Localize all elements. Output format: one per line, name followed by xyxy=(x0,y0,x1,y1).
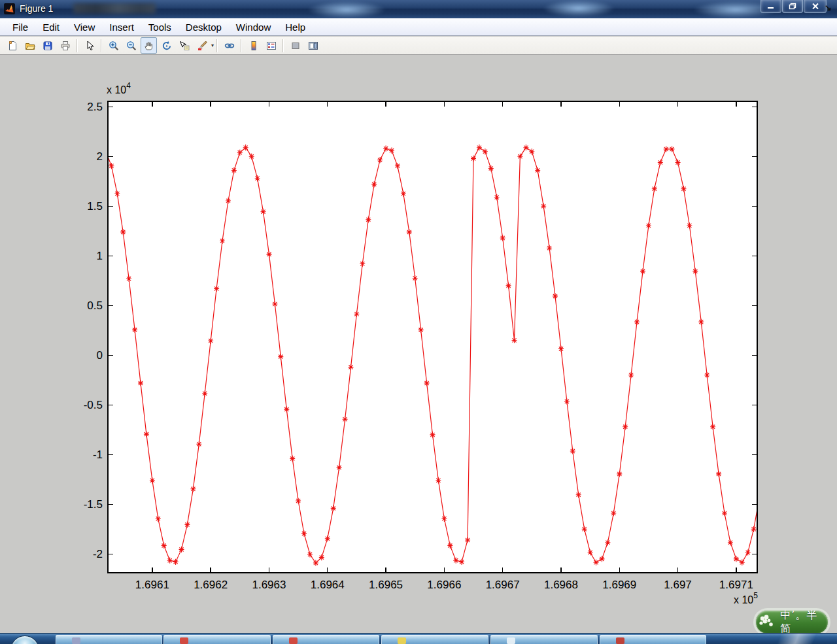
edit-plot-arrow-icon xyxy=(84,41,95,51)
menu-item-edit[interactable]: Edit xyxy=(35,19,67,35)
taskbar-button-2[interactable] xyxy=(163,635,271,644)
taskbar-app-icon xyxy=(289,637,298,644)
restore-icon xyxy=(789,3,796,10)
figure-toolbar: ▾ xyxy=(0,37,837,55)
y-tick-label: 1 xyxy=(97,250,103,262)
restore-button[interactable] xyxy=(782,0,803,13)
x-tick-label: 1.697 xyxy=(664,579,692,591)
x-tick-label: 1.6971 xyxy=(719,579,753,591)
menu-item-tools[interactable]: Tools xyxy=(141,19,179,35)
link-plot-icon xyxy=(224,41,235,51)
minimize-button[interactable] xyxy=(760,0,781,13)
insert-colorbar-icon xyxy=(248,41,259,51)
new-figure-button[interactable] xyxy=(4,37,20,54)
menu-item-help[interactable]: Help xyxy=(278,19,313,35)
edit-plot-arrow-button[interactable] xyxy=(81,37,97,54)
show-plot-tools-icon xyxy=(308,41,318,51)
taskbar-button-5[interactable] xyxy=(490,635,598,644)
y-tick-label: 0.5 xyxy=(87,299,103,312)
close-button[interactable] xyxy=(804,0,827,13)
taskbar-button-4[interactable] xyxy=(381,635,488,644)
x-tick-label: 1.6964 xyxy=(311,579,345,591)
zoom-in-icon xyxy=(109,41,119,51)
aero-glass-highlight xyxy=(543,0,615,17)
save-figure-button[interactable] xyxy=(39,37,56,54)
taskbar-app-icon xyxy=(507,637,515,644)
y-tick-label: -1.5 xyxy=(84,498,103,511)
y-tick-label: -1 xyxy=(93,449,103,461)
show-plot-tools-button[interactable] xyxy=(305,37,321,54)
window-titlebar[interactable]: Figure 1 xyxy=(0,0,837,18)
toolbar-separator xyxy=(77,39,78,52)
brush-data-icon xyxy=(197,41,207,51)
menu-item-insert[interactable]: Insert xyxy=(102,19,141,35)
x-tick-label: 1.6965 xyxy=(369,579,403,591)
print-icon xyxy=(60,41,71,51)
zoom-in-button[interactable] xyxy=(105,37,122,54)
taskbar-button-3[interactable] xyxy=(273,635,379,644)
brush-data-dropdown-caret[interactable]: ▾ xyxy=(211,42,214,48)
zoom-out-button[interactable] xyxy=(123,37,139,54)
start-button[interactable] xyxy=(10,636,39,644)
toolbar-separator xyxy=(216,39,218,52)
rotate-3d-button[interactable] xyxy=(158,37,175,54)
menu-item-desktop[interactable]: Desktop xyxy=(179,19,229,35)
insert-colorbar-button[interactable] xyxy=(245,37,262,54)
hide-plot-tools-button[interactable] xyxy=(287,37,303,54)
link-plot-button[interactable] xyxy=(221,37,237,54)
open-file-button[interactable] xyxy=(22,37,38,54)
pan-hand-button[interactable] xyxy=(141,37,157,54)
insert-legend-button[interactable] xyxy=(263,37,279,54)
windows-taskbar xyxy=(0,633,837,644)
rotate-3d-icon xyxy=(162,41,172,51)
y-tick-label: -0.5 xyxy=(84,399,103,411)
menu-item-window[interactable]: Window xyxy=(229,19,278,35)
toolbar-separator xyxy=(282,39,284,52)
taskbar-app-icon xyxy=(180,637,188,644)
y-tick-label: 2 xyxy=(97,150,103,163)
desktop-screen: Figure 1 FileEditViewInsertToolsDesktopW… xyxy=(0,0,837,644)
hide-plot-tools-icon xyxy=(290,41,301,51)
x-tick-label: 1.6967 xyxy=(486,579,520,591)
taskbar-app-icon xyxy=(616,637,624,644)
data-cursor-button[interactable] xyxy=(176,37,192,54)
data-cursor-icon xyxy=(179,41,190,51)
taskbar-app-icon xyxy=(72,637,80,644)
zoom-out-icon xyxy=(126,41,137,51)
x-tick-label: 1.6968 xyxy=(544,579,578,591)
x-tick-label: 1.6963 xyxy=(252,579,286,591)
x-tick-label: 1.6961 xyxy=(135,579,169,591)
minimize-icon xyxy=(767,3,775,9)
x-tick-label: 1.6966 xyxy=(427,579,461,591)
toolbar-separator xyxy=(241,39,242,52)
x-tick-label: 1.6969 xyxy=(602,579,636,591)
new-figure-icon xyxy=(7,41,18,51)
y-tick-label: 1.5 xyxy=(87,200,103,212)
aero-glass-highlight xyxy=(307,1,386,18)
x-tick-label: 1.6962 xyxy=(194,579,228,591)
window-title: Figure 1 xyxy=(20,3,53,14)
menu-overflow-arrow-icon[interactable]: ↘ xyxy=(825,3,832,12)
window-controls xyxy=(760,0,827,13)
taskbar-button-1[interactable] xyxy=(56,635,162,644)
pan-hand-icon xyxy=(144,41,154,51)
toolbar-separator xyxy=(101,39,102,52)
taskbar-button-6[interactable] xyxy=(600,635,706,644)
menu-item-view[interactable]: View xyxy=(67,19,102,35)
plot-axes[interactable]: 1.69611.69621.69631.69641.69651.69661.69… xyxy=(0,56,837,633)
screenshot-watermark: 中’。半简 xyxy=(755,610,828,634)
save-figure-icon xyxy=(43,41,53,51)
taskbar-app-icon xyxy=(398,637,406,644)
menu-item-file[interactable]: File xyxy=(5,19,35,35)
open-file-icon xyxy=(25,41,35,51)
menu-bar: FileEditViewInsertToolsDesktopWindowHelp xyxy=(0,18,837,36)
flower-icon xyxy=(756,613,777,632)
plot-background[interactable] xyxy=(108,101,757,573)
y-tick-label: -2 xyxy=(93,548,103,560)
print-button[interactable] xyxy=(57,37,73,54)
y-tick-label: 2.5 xyxy=(87,101,103,113)
matlab-figure-icon xyxy=(4,3,15,14)
y-axis-exponent-label: x 104 xyxy=(107,81,131,95)
insert-legend-icon xyxy=(266,41,277,51)
brush-data-button[interactable] xyxy=(194,37,210,54)
